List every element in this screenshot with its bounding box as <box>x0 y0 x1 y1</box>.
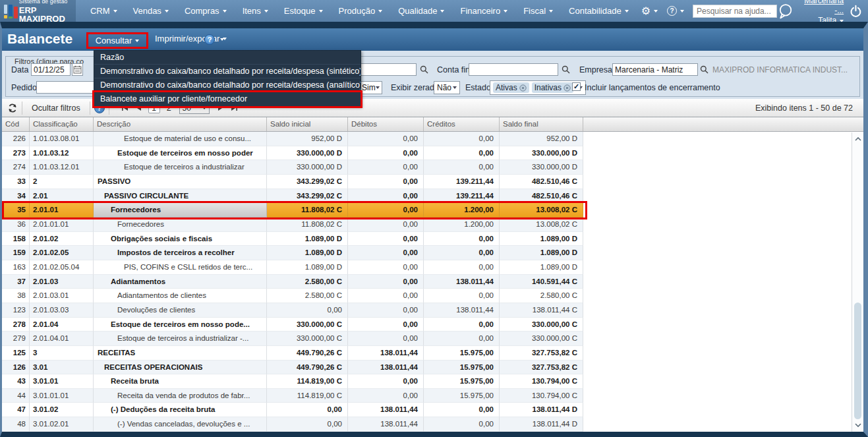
table-row[interactable]: 2792.01.04.01Estoque de terceiros a indu… <box>2 332 863 346</box>
empresa-input[interactable] <box>612 63 698 76</box>
items-range-info: Exibindo itens 1 - 50 de 72 <box>755 103 863 113</box>
encerramento-checkbox[interactable]: ✓ <box>572 82 581 91</box>
data-input[interactable] <box>31 63 71 76</box>
table-row[interactable]: 1582.01.02Obrigações sociais e fiscais1.… <box>2 232 863 247</box>
column-header-descricao[interactable]: Descrição <box>94 117 267 131</box>
nav-item-compras[interactable]: Compras <box>185 6 227 16</box>
table-row[interactable]: 372.01.03Adiantamentos2.580,00 C0,00138.… <box>2 275 863 289</box>
nav-item-fiscal[interactable]: Fiscal <box>523 6 553 16</box>
estado-label: Estado <box>465 83 491 92</box>
chevron-down-icon <box>453 86 457 89</box>
column-header-cod[interactable]: Cód <box>2 117 30 131</box>
help-menu[interactable]: ? <box>667 6 684 16</box>
nav-item-crm[interactable]: CRM <box>90 6 117 16</box>
pedido-label: Pedido <box>11 83 37 92</box>
menu-item[interactable]: Demonstrativo do caixa/banco detalhado p… <box>94 78 361 92</box>
column-header-saldo-final[interactable]: Saldo final <box>500 117 583 131</box>
nav-item-qualidade[interactable]: Qualidade <box>398 6 444 16</box>
chevron-down-icon <box>319 10 323 13</box>
top-navigation-bar: Sistema de gestão ERP MAXIPROD CRMVendas… <box>0 0 868 22</box>
table-row[interactable]: 1232.01.03.03Devoluções de clientes0,000… <box>2 303 863 318</box>
chevron-down-icon <box>504 10 507 13</box>
table-row[interactable]: 443.01.01.01Receita da venda de produtos… <box>2 389 863 403</box>
chip-inativas[interactable]: Inativas <box>532 82 573 93</box>
circle-x-icon[interactable] <box>564 84 571 92</box>
table-row[interactable]: 362.01.01.01Fornecedores11.808,02 C0,001… <box>2 218 863 232</box>
consultar-button-highlight: Consultar <box>86 32 148 49</box>
help-icon[interactable]: ? <box>204 34 215 45</box>
column-header-debitos[interactable]: Débitos <box>348 117 424 131</box>
vertical-scrollbar[interactable] <box>852 132 863 432</box>
table-row[interactable]: 1632.01.02.05.04PIS, COFINS e CSLL retid… <box>2 260 863 275</box>
search-input[interactable] <box>693 5 777 18</box>
power-icon[interactable] <box>849 3 863 20</box>
chevron-down-icon <box>113 10 117 13</box>
scrollbar-thumb[interactable] <box>854 303 861 419</box>
column-header-classificacao[interactable]: Classificação <box>30 117 94 131</box>
brand-subtitle: Sistema de gestão <box>19 0 71 5</box>
scroll-up-icon[interactable] <box>852 134 863 144</box>
nav-item-contabilidade[interactable]: Contabilidade <box>569 6 629 16</box>
table-row[interactable]: 2261.01.03.08.01Estoque de material de u… <box>2 132 863 146</box>
table-row[interactable]: 1253RECEITAS449.790,26 C138.011,4415.975… <box>2 346 863 361</box>
refresh-icon <box>7 103 18 113</box>
search-icon[interactable] <box>699 63 710 76</box>
pedido-input[interactable] <box>36 81 99 94</box>
search-icon[interactable] <box>560 63 571 76</box>
chevron-down-icon <box>202 107 206 109</box>
table-row[interactable]: 1263.01RECEITAS OPERACIONAIS449.790,26 C… <box>2 361 863 375</box>
nav-item-financeiro[interactable]: Financeiro <box>460 6 507 16</box>
calendar-icon[interactable] <box>72 63 83 76</box>
consultar-button[interactable]: Consultar <box>96 36 140 45</box>
table-row[interactable]: 2741.01.03.12.01Estoque de terceiros a i… <box>2 160 863 175</box>
table-row[interactable]: 433.01.01Receita bruta114.819,00 C0,0015… <box>2 374 863 389</box>
refresh-button[interactable] <box>7 103 18 113</box>
table-row[interactable]: 483.01.02.01(-) Vendas canceladas, devol… <box>2 417 863 432</box>
encerramento-label: Incluir lançamentos de encerramento <box>585 83 720 92</box>
grid-body: 2261.01.03.08.01Estoque de material de u… <box>2 132 863 432</box>
empresa-hint-text: MAXIPROD INFORMATICA INDUST... <box>712 65 848 74</box>
erp-maxiprod-window: Sistema de gestão ERP MAXIPROD CRMVendas… <box>0 0 868 437</box>
page-title: Balancete <box>7 31 72 47</box>
brand[interactable]: Sistema de gestão ERP MAXIPROD <box>0 0 76 22</box>
sim-select[interactable]: Sim <box>359 81 382 94</box>
chevron-down-icon <box>165 10 169 13</box>
nav-item-vendas[interactable]: Vendas <box>133 6 169 16</box>
main-frame: Balancete Imprimir/exportar ? Consultar <box>0 22 868 437</box>
nav-item-estoque[interactable]: Estoque <box>284 6 323 16</box>
menu-item[interactable]: Razão <box>94 51 361 65</box>
brand-title: ERP MAXIPROD <box>19 6 71 23</box>
table-row[interactable]: 473.01.02(-) Deduções da receita bruta0,… <box>2 403 863 417</box>
menu-item[interactable]: Demonstrativo do caixa/banco detalhado p… <box>94 65 361 78</box>
column-header-saldo-inicial[interactable]: Saldo inicial <box>267 117 348 131</box>
chevron-down-icon <box>680 10 684 13</box>
search-icon[interactable] <box>419 63 430 76</box>
chip-ativas[interactable]: Ativas <box>493 82 529 93</box>
table-row[interactable]: 342.01PASSIVO CIRCULANTE343.299,02 C0,00… <box>2 189 863 204</box>
table-row[interactable]: 352.01.01Fornecedores11.808,02 C0,001.20… <box>2 203 863 218</box>
circle-x-icon[interactable] <box>519 84 527 92</box>
table-row[interactable]: 382.01.03.01Adiantamentos de clientes2.5… <box>2 289 863 303</box>
nav-item-produção[interactable]: Produção <box>339 6 383 16</box>
table-row[interactable]: 2782.01.04Estoque de terceiros em nosso … <box>2 318 863 332</box>
exibir-zerados-select[interactable]: Não <box>434 81 460 94</box>
chat-bubble-icon[interactable] <box>777 2 794 20</box>
menu-item[interactable]: Balancete auxiliar por cliente/fornecedo… <box>94 92 361 106</box>
grid-header: Cód Classificação Descrição Saldo inicia… <box>2 117 863 132</box>
table-row[interactable]: 332PASSIVO343.299,02 C0,00139.211,44482.… <box>2 175 863 189</box>
table-row[interactable]: 1592.01.02.05Impostos de terceiros a rec… <box>2 246 863 260</box>
empresa-label: Empresa <box>579 65 612 74</box>
nav-item-itens[interactable]: Itens <box>243 6 268 16</box>
ocultar-filtros-button[interactable]: Ocultar filtros <box>26 103 86 113</box>
brand-logo-icon <box>3 3 15 20</box>
chevron-down-icon <box>220 38 224 41</box>
column-header-creditos[interactable]: Créditos <box>424 117 500 131</box>
nav-menu: CRMVendasComprasItensEstoqueProduçãoQual… <box>82 6 637 16</box>
chevron-down-icon <box>135 40 139 42</box>
account-company-link[interactable]: Marcenaria -... <box>799 0 844 16</box>
table-row[interactable]: 2731.01.03.12Estoque de terceiros em nos… <box>2 146 863 161</box>
data-label: Data <box>11 65 28 74</box>
scroll-down-icon[interactable] <box>852 420 863 430</box>
settings-menu[interactable]: ⚙ <box>641 6 658 16</box>
conta-final-input[interactable] <box>469 63 558 76</box>
